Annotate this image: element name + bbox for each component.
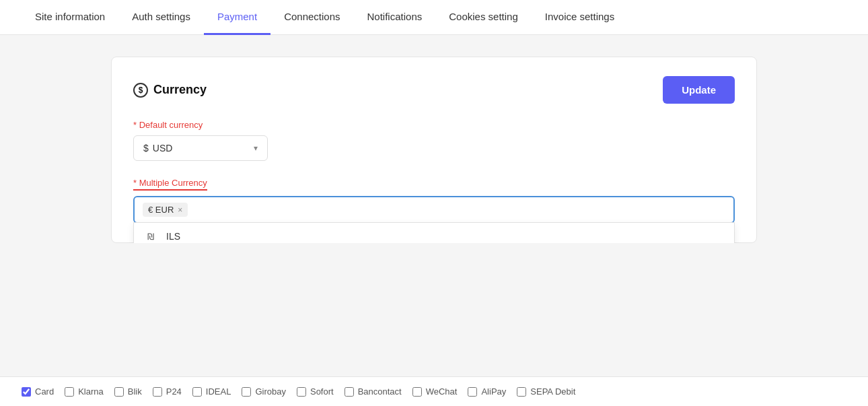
card-title: $ Currency <box>133 83 207 98</box>
nav-tab-cookies-setting[interactable]: Cookies setting <box>435 0 532 35</box>
default-currency-label: * Default currency <box>133 120 735 130</box>
eur-tag-text: € EUR <box>148 205 174 215</box>
card-header: $ Currency Update <box>133 76 735 104</box>
chevron-down-icon: ▾ <box>254 143 258 153</box>
default-currency-select[interactable]: $ USD ▾ <box>133 135 268 161</box>
currency-symbol-ils: ₪ <box>147 232 161 242</box>
dropdown-item-ils[interactable]: ₪ILS <box>134 223 734 243</box>
currency-card: $ Currency Update * Default currency $ U… <box>111 57 757 243</box>
currency-icon: $ <box>133 83 148 98</box>
nav-tab-payment[interactable]: Payment <box>204 0 270 35</box>
main-content: $ Currency Update * Default currency $ U… <box>0 35 868 243</box>
default-currency-value: $ USD <box>143 143 172 154</box>
eur-tag: € EUR × <box>143 203 188 217</box>
currency-search-input[interactable] <box>193 205 725 215</box>
nav-tab-invoice-settings[interactable]: Invoice settings <box>532 0 628 35</box>
nav-tab-notifications[interactable]: Notifications <box>354 0 436 35</box>
nav-tab-connections[interactable]: Connections <box>270 0 353 35</box>
nav-tab-site-information[interactable]: Site information <box>22 0 118 35</box>
currency-dropdown: ₪ILS₹INRkrISKJ$JMD¥JPYKShKESлвKGS₭KHR <box>133 222 735 243</box>
currency-code-ils: ILS <box>166 231 180 242</box>
multiple-currency-input-wrapper[interactable]: € EUR × <box>133 196 735 224</box>
nav-tab-auth-settings[interactable]: Auth settings <box>118 0 204 35</box>
currency-code: USD <box>153 143 173 154</box>
top-navigation: Site informationAuth settingsPaymentConn… <box>0 0 868 35</box>
multiple-currency-label: * Multiple Currency <box>133 178 207 191</box>
update-button[interactable]: Update <box>663 76 735 104</box>
currency-symbol: $ <box>143 143 149 154</box>
eur-tag-close[interactable]: × <box>178 205 182 215</box>
multiple-currency-container: € EUR × ₪ILS₹INRkrISKJ$JMD¥JPYKShKESлвKG… <box>133 196 735 224</box>
card-title-text: Currency <box>153 83 207 97</box>
